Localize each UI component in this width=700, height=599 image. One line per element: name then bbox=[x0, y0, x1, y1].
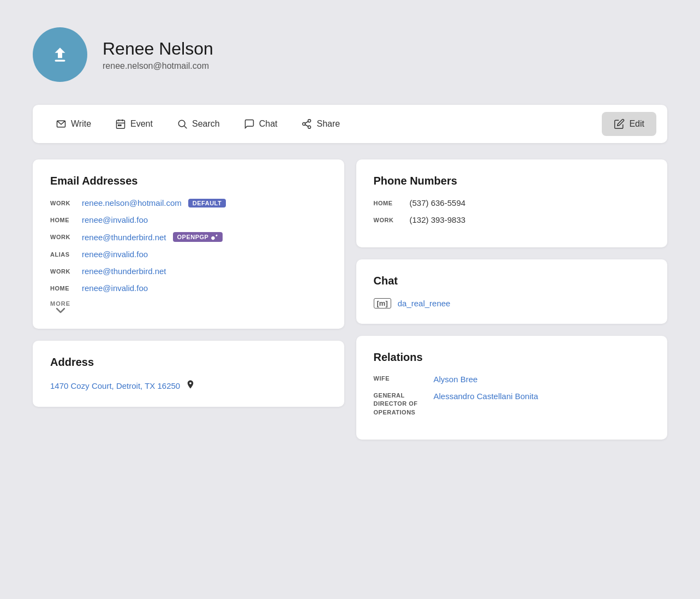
email-label: WORK bbox=[50, 200, 75, 206]
svg-line-9 bbox=[184, 126, 187, 129]
svg-rect-6 bbox=[118, 125, 119, 126]
search-icon bbox=[177, 118, 188, 129]
email-label: WORK bbox=[50, 234, 75, 240]
svg-point-8 bbox=[178, 120, 185, 127]
email-row: HOME renee@invalid.foo bbox=[50, 215, 327, 224]
edit-button[interactable]: Edit bbox=[602, 112, 656, 136]
profile-header: Renee Nelson renee.nelson@hotmail.com bbox=[33, 22, 667, 87]
email-row: WORK renee@thunderbird.net OPENPGP bbox=[50, 232, 327, 242]
chat-row: [m] da_real_renee bbox=[374, 298, 650, 309]
relation-name[interactable]: Alyson Bree bbox=[434, 375, 478, 384]
content-grid: Email Addresses WORK renee.nelson@hotmai… bbox=[33, 159, 667, 440]
chat-title: Chat bbox=[374, 275, 650, 287]
email-value[interactable]: renee@invalid.foo bbox=[82, 283, 148, 293]
phone-number: (132) 393-9833 bbox=[410, 215, 466, 224]
email-row: WORK renee.nelson@hotmail.com DEFAULT bbox=[50, 198, 327, 207]
email-value[interactable]: renee.nelson@hotmail.com bbox=[82, 198, 182, 207]
event-button[interactable]: Event bbox=[103, 109, 165, 139]
email-addresses-title: Email Addresses bbox=[50, 175, 327, 187]
svg-rect-7 bbox=[120, 125, 121, 126]
profile-name: Renee Nelson bbox=[103, 39, 213, 59]
right-column: Phone Numbers HOME (537) 636-5594 WORK (… bbox=[356, 159, 668, 440]
chat-icon bbox=[244, 118, 255, 129]
email-row: HOME renee@invalid.foo bbox=[50, 283, 327, 293]
phone-numbers-title: Phone Numbers bbox=[374, 175, 650, 187]
relations-title: Relations bbox=[374, 351, 650, 364]
upload-icon bbox=[50, 44, 70, 65]
avatar[interactable] bbox=[33, 27, 87, 82]
address-row: 1470 Cozy Court, Detroit, TX 16250 bbox=[50, 379, 327, 392]
phone-row: WORK (132) 393-9833 bbox=[374, 215, 650, 224]
more-button[interactable]: MORE bbox=[50, 300, 70, 313]
email-value[interactable]: renee@thunderbird.net bbox=[82, 266, 166, 276]
email-value[interactable]: renee@thunderbird.net bbox=[82, 233, 166, 242]
default-badge: DEFAULT bbox=[188, 199, 226, 207]
email-row: WORK renee@thunderbird.net bbox=[50, 266, 327, 276]
openpgp-badge: OPENPGP bbox=[173, 232, 223, 242]
phone-label: HOME bbox=[374, 200, 399, 206]
write-button[interactable]: Write bbox=[44, 109, 103, 139]
phone-label: WORK bbox=[374, 217, 399, 223]
email-value[interactable]: renee@invalid.foo bbox=[82, 215, 148, 224]
address-title: Address bbox=[50, 356, 327, 369]
chat-handle[interactable]: da_real_renee bbox=[398, 299, 451, 308]
search-button[interactable]: Search bbox=[165, 109, 232, 139]
email-label: ALIAS bbox=[50, 251, 75, 258]
chat-card: Chat [m] da_real_renee bbox=[356, 259, 668, 324]
matrix-badge: [m] bbox=[374, 298, 391, 309]
relation-type: WIFE bbox=[374, 375, 423, 383]
event-icon bbox=[115, 118, 126, 129]
profile-info: Renee Nelson renee.nelson@hotmail.com bbox=[103, 39, 213, 71]
svg-rect-0 bbox=[55, 60, 65, 62]
action-bar: Write Event Search Chat bbox=[33, 105, 667, 143]
share-icon bbox=[301, 118, 312, 129]
svg-point-11 bbox=[303, 123, 306, 126]
relation-row: GENERALDIRECTOR OFOPERATIONS Alessandro … bbox=[374, 392, 650, 417]
email-addresses-card: Email Addresses WORK renee.nelson@hotmai… bbox=[33, 159, 344, 329]
phone-row: HOME (537) 636-5594 bbox=[374, 198, 650, 207]
relation-row: WIFE Alyson Bree bbox=[374, 375, 650, 384]
chat-button[interactable]: Chat bbox=[232, 109, 290, 139]
email-row: ALIAS renee@invalid.foo bbox=[50, 250, 327, 259]
relations-card: Relations WIFE Alyson Bree GENERALDIRECT… bbox=[356, 336, 668, 440]
email-label: HOME bbox=[50, 285, 75, 292]
share-button[interactable]: Share bbox=[289, 109, 352, 139]
svg-point-12 bbox=[308, 126, 311, 128]
email-value[interactable]: renee@invalid.foo bbox=[82, 250, 148, 259]
key-icon bbox=[211, 233, 218, 241]
relation-type: GENERALDIRECTOR OFOPERATIONS bbox=[374, 392, 423, 417]
address-value[interactable]: 1470 Cozy Court, Detroit, TX 16250 bbox=[50, 381, 180, 390]
profile-email: renee.nelson@hotmail.com bbox=[103, 61, 213, 71]
relation-name[interactable]: Alessandro Castellani Bonita bbox=[434, 392, 539, 401]
phone-number: (537) 636-5594 bbox=[410, 198, 466, 207]
email-label: WORK bbox=[50, 268, 75, 275]
svg-line-14 bbox=[306, 121, 309, 123]
svg-line-13 bbox=[306, 124, 309, 126]
left-column: Email Addresses WORK renee.nelson@hotmai… bbox=[33, 159, 344, 440]
email-label: HOME bbox=[50, 217, 75, 223]
location-icon bbox=[186, 379, 195, 392]
address-card: Address 1470 Cozy Court, Detroit, TX 162… bbox=[33, 341, 344, 407]
phone-numbers-card: Phone Numbers HOME (537) 636-5594 WORK (… bbox=[356, 159, 668, 247]
svg-rect-2 bbox=[117, 120, 125, 128]
svg-point-10 bbox=[308, 120, 311, 122]
chevron-down-icon bbox=[56, 308, 65, 313]
write-icon bbox=[56, 118, 67, 129]
edit-icon bbox=[614, 118, 625, 129]
